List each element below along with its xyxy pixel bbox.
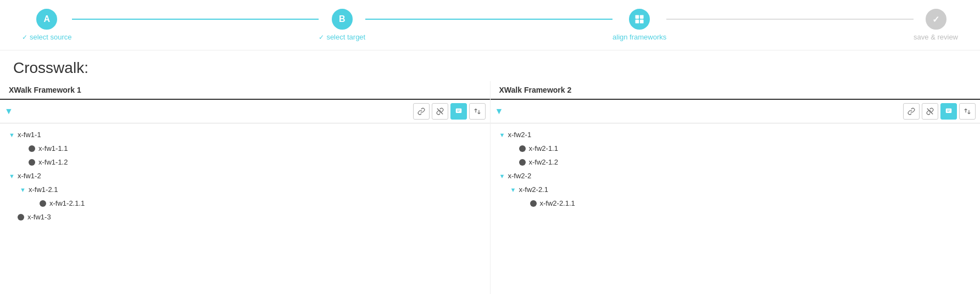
arrow-fw2-2.1[interactable]: ▼: [510, 186, 519, 193]
comment-icon-2: [945, 108, 953, 115]
framework-1-toolbar: ▼: [0, 99, 490, 123]
framework-panel-2: XWalk Framework 2 ▼: [491, 81, 981, 294]
page-title: Crosswalk:: [0, 50, 980, 81]
dot-fw1-2.1.1: [40, 200, 46, 207]
step-circle-select-source: A: [36, 9, 57, 30]
spacer-fw2-1.1: [510, 145, 519, 152]
label-fw2-2.1: x-fw2-2.1: [519, 185, 548, 194]
connector-1: [72, 19, 319, 20]
step-label-save: save & review: [914, 33, 958, 41]
tree-item-fw1-2.1[interactable]: ▼ x-fw1-2.1: [0, 183, 490, 196]
unlink-icon-2: [926, 108, 934, 115]
comment-button-1[interactable]: [450, 103, 467, 120]
svg-rect-9: [946, 109, 952, 113]
step-label-align: align frameworks: [612, 33, 666, 41]
unlink-icon-1: [436, 108, 444, 115]
framework-1-header: XWalk Framework 1: [0, 81, 490, 99]
step-label-select-source: ✓ select source: [22, 33, 72, 41]
tree-item-fw2-2.1[interactable]: ▼ x-fw2-2.1: [491, 183, 981, 196]
spacer-fw1-3: [9, 214, 18, 220]
frameworks-area: XWalk Framework 1 ▼: [0, 81, 980, 294]
label-fw1-3: x-fw1-3: [27, 213, 51, 221]
dot-fw2-2.1.1: [530, 200, 537, 207]
link-button-2[interactable]: [903, 103, 920, 120]
unlink-button-1[interactable]: [432, 103, 448, 120]
label-fw2-1.2: x-fw2-1.2: [529, 158, 558, 166]
step-align-frameworks[interactable]: align frameworks: [612, 9, 666, 41]
framework-2-header: XWalk Framework 2: [491, 81, 981, 99]
connector-3: [666, 19, 914, 20]
spacer-fw2-1.2: [510, 159, 519, 166]
label-fw1-2.1.1: x-fw1-2.1.1: [49, 199, 85, 207]
unlink-button-2[interactable]: [922, 103, 938, 120]
svg-rect-5: [455, 109, 461, 113]
label-fw2-2.1.1: x-fw2-2.1.1: [540, 199, 575, 207]
dot-fw2-1.1: [519, 145, 526, 152]
tree-item-fw1-1.1[interactable]: x-fw1-1.1: [0, 142, 490, 155]
connector-2: [365, 19, 612, 20]
arrow-fw2-2[interactable]: ▼: [499, 173, 508, 179]
tree-item-fw1-3[interactable]: x-fw1-3: [0, 210, 490, 224]
tree-item-fw1-2[interactable]: ▼ x-fw1-2: [0, 169, 490, 183]
framework-1-tree: ▼ x-fw1-1 x-fw1-1.1 x-fw1-1.2 ▼ x-fw1-2: [0, 123, 490, 294]
svg-rect-2: [636, 20, 639, 24]
tree-item-fw1-2.1.1[interactable]: x-fw1-2.1.1: [0, 196, 490, 210]
tree-item-fw1-1[interactable]: ▼ x-fw1-1: [0, 128, 490, 142]
step-circle-save: ✓: [926, 9, 946, 30]
check-icon-2: ✓: [319, 33, 324, 41]
expand-all-icon-2[interactable]: ▼: [495, 106, 504, 116]
dot-fw1-1.2: [29, 159, 35, 166]
label-fw1-2.1: x-fw1-2.1: [29, 185, 58, 194]
arrow-fw1-1[interactable]: ▼: [9, 132, 18, 138]
link-button-1[interactable]: [413, 103, 430, 120]
label-fw2-1: x-fw2-1: [508, 131, 532, 139]
arrow-fw2-1[interactable]: ▼: [499, 132, 508, 138]
step-label-select-target: ✓ select target: [319, 33, 365, 41]
step-circle-select-target: B: [332, 9, 353, 30]
tree-item-fw2-1[interactable]: ▼ x-fw2-1: [491, 128, 981, 142]
tree-item-fw1-1.2[interactable]: x-fw1-1.2: [0, 155, 490, 169]
framework-2-toolbar: ▼: [491, 99, 981, 123]
svg-rect-1: [640, 15, 644, 19]
label-fw1-1.2: x-fw1-1.2: [38, 158, 68, 166]
label-fw2-1.1: x-fw2-1.1: [529, 144, 558, 152]
label-fw1-1.1: x-fw1-1.1: [38, 144, 68, 152]
arrow-fw1-2.1[interactable]: ▼: [20, 186, 29, 193]
swap-button-1[interactable]: [469, 103, 486, 120]
tree-item-fw2-2.1.1[interactable]: x-fw2-2.1.1: [491, 196, 981, 210]
step-circle-align: [629, 9, 650, 30]
spacer-fw1-1.2: [20, 159, 29, 166]
label-fw1-1: x-fw1-1: [18, 131, 41, 139]
arrow-fw1-2[interactable]: ▼: [9, 173, 18, 179]
step-save-review[interactable]: ✓ save & review: [914, 9, 958, 41]
swap-icon-1: [474, 108, 481, 115]
spacer-fw1-2.1.1: [31, 200, 40, 207]
label-fw1-2: x-fw1-2: [18, 172, 41, 180]
spacer-fw1-1.1: [20, 145, 29, 152]
link-icon-2: [907, 108, 915, 115]
expand-all-icon[interactable]: ▼: [4, 106, 13, 116]
dot-fw2-1.2: [519, 159, 526, 166]
align-icon: [634, 14, 645, 25]
step-select-target[interactable]: B ✓ select target: [319, 9, 365, 41]
dot-fw1-3: [18, 214, 24, 220]
tree-item-fw2-2[interactable]: ▼ x-fw2-2: [491, 169, 981, 183]
swap-icon-2: [964, 108, 971, 115]
link-icon-1: [417, 108, 425, 115]
tree-item-fw2-1.1[interactable]: x-fw2-1.1: [491, 142, 981, 155]
spacer-fw2-2.1.1: [521, 200, 530, 207]
step-select-source[interactable]: A ✓ select source: [22, 9, 72, 41]
comment-icon-1: [455, 108, 463, 115]
comment-button-2[interactable]: [940, 103, 957, 120]
framework-panel-1: XWalk Framework 1 ▼: [0, 81, 491, 294]
stepper: A ✓ select source B ✓ select target alig…: [0, 0, 980, 50]
check-icon: ✓: [22, 33, 27, 41]
dot-fw1-1.1: [29, 145, 35, 152]
tree-item-fw2-1.2[interactable]: x-fw2-1.2: [491, 155, 981, 169]
swap-button-2[interactable]: [959, 103, 976, 120]
svg-rect-3: [640, 20, 644, 24]
framework-2-tree: ▼ x-fw2-1 x-fw2-1.1 x-fw2-1.2 ▼ x-fw2-2: [491, 123, 981, 294]
svg-rect-0: [636, 15, 639, 19]
label-fw2-2: x-fw2-2: [508, 172, 532, 180]
